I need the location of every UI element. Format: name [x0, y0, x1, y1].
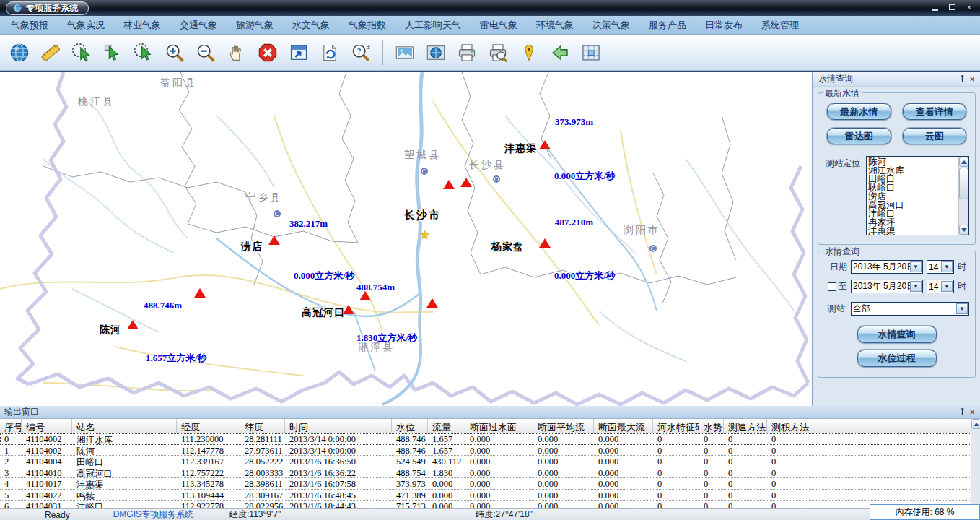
menu-item[interactable]: 水文气象 [283, 19, 339, 32]
column-header[interactable]: 水势 [699, 419, 724, 433]
station-triangle-marker[interactable] [443, 180, 455, 189]
station-triangle-marker[interactable] [359, 291, 371, 300]
hour-from-combo[interactable]: 14 ▼ [927, 260, 954, 274]
maximize-button[interactable] [945, 2, 958, 12]
refresh-icon[interactable] [318, 39, 342, 66]
column-header[interactable]: 时间 [285, 419, 392, 433]
column-header[interactable]: 河水特征码 [653, 419, 699, 433]
scroll-down-icon[interactable] [959, 225, 968, 235]
table-row[interactable]: 141104002陈河112.14777827.9736112013/3/14 … [0, 445, 980, 456]
back-icon[interactable] [548, 39, 572, 66]
water-level-process-button[interactable]: 水位过程 [857, 350, 937, 367]
zoom-in-icon[interactable] [162, 39, 187, 66]
chevron-down-icon[interactable]: ▼ [910, 261, 922, 272]
table-cell: 41104004 [22, 456, 72, 467]
table-row[interactable]: 041104002湘江水库111.23000028.2811112013/3/1… [0, 433, 980, 445]
close-output-icon[interactable]: × [967, 407, 977, 417]
globe-icon[interactable] [7, 39, 32, 66]
minimize-button[interactable] [928, 2, 941, 12]
zoom-out-icon[interactable] [193, 39, 218, 66]
chevron-down-icon[interactable]: ▼ [910, 281, 922, 292]
cloud-image-button[interactable]: 云图 [903, 128, 967, 144]
column-header[interactable]: 编号 [22, 419, 72, 433]
station-triangle-marker[interactable] [127, 320, 139, 329]
select-features-icon[interactable] [69, 39, 94, 66]
pan-hand-icon[interactable] [224, 39, 249, 66]
menu-item[interactable]: 旅游气象 [227, 19, 283, 32]
station-combo[interactable]: 全部 ▼ [851, 302, 969, 316]
menu-item[interactable]: 雷电气象 [471, 19, 527, 32]
column-header[interactable]: 站名 [72, 419, 177, 433]
column-header[interactable]: 序号 [0, 419, 22, 433]
menu-item[interactable]: 交通气象 [170, 19, 227, 32]
scroll-up-icon[interactable] [971, 419, 980, 429]
table-cell: 0 [724, 433, 767, 444]
measure-ruler-icon[interactable] [38, 39, 63, 66]
map-canvas[interactable]: 益阳县桃江县望城县长沙县宁乡县浏阳市湘潭县长沙市沣惠渠杨家盘涝店高冠河口陈河37… [0, 72, 813, 406]
menu-item[interactable]: 林业气象 [114, 19, 170, 32]
latest-water-button[interactable]: 最新水情 [827, 103, 891, 120]
chevron-down-icon[interactable]: ▼ [941, 281, 953, 292]
list-scrollbar[interactable] [958, 157, 968, 235]
menu-item[interactable]: 服务产品 [639, 19, 696, 32]
menu-item[interactable]: 系统管理 [752, 19, 808, 32]
menu-item[interactable]: 气象指数 [339, 19, 395, 32]
column-header[interactable]: 测积方法 [767, 419, 973, 433]
station-list-item[interactable]: 沣惠渠 [868, 227, 957, 235]
hour-to-combo[interactable]: 14 ▼ [927, 280, 954, 293]
column-header[interactable]: 测速方法 [724, 419, 767, 433]
menu-item[interactable]: 人工影响天气 [395, 19, 471, 32]
menu-item[interactable]: 环境气象 [527, 19, 583, 32]
station-listbox[interactable]: 陈河湘江水库田峪口耿峪口涝店高冠河口沣峪口冉家坪沣惠渠 [866, 156, 969, 235]
station-triangle-marker[interactable] [539, 140, 551, 150]
identify-icon[interactable]: ?± [349, 39, 373, 66]
overview-map-icon[interactable] [579, 39, 603, 66]
full-extent-icon[interactable] [286, 39, 311, 66]
view-details-button[interactable]: 查看详情 [903, 103, 967, 120]
scroll-thumb[interactable] [959, 168, 968, 199]
station-triangle-marker[interactable] [539, 238, 551, 248]
date-from-combo[interactable]: 2013年 5月20日 ▼ [851, 260, 923, 274]
column-header[interactable]: 流量 [428, 419, 465, 433]
globe-view-icon[interactable] [424, 39, 448, 66]
menu-item[interactable]: 气象实况 [58, 19, 114, 32]
column-header[interactable]: 纬度 [240, 419, 285, 433]
station-triangle-marker[interactable] [343, 305, 354, 314]
print-icon[interactable] [455, 39, 479, 66]
print-preview-icon[interactable] [486, 39, 510, 66]
table-row[interactable]: 641104031沣峪口112.92277828.0229562013/1/6 … [0, 500, 980, 508]
station-triangle-marker[interactable] [194, 288, 206, 298]
column-header[interactable]: 经度 [177, 419, 240, 433]
radar-chart-button[interactable]: 雷达图 [827, 128, 891, 144]
table-row[interactable]: 441104017沣惠渠113.34527828.3986112013/1/6 … [0, 478, 980, 490]
pin-icon[interactable] [957, 74, 967, 84]
table-row[interactable]: 241104004田峪口112.33916728.0522222013/1/6 … [0, 456, 980, 467]
close-panel-icon[interactable]: × [967, 74, 977, 84]
column-header[interactable]: 断面过水面 [465, 419, 533, 433]
chevron-down-icon[interactable]: ▼ [956, 303, 968, 314]
stop-icon[interactable] [255, 39, 280, 66]
select-circle-icon[interactable] [131, 39, 156, 66]
to-date-checkbox[interactable] [828, 282, 836, 291]
export-image-icon[interactable] [393, 39, 417, 66]
locate-pin-icon[interactable] [517, 39, 541, 66]
close-button[interactable]: × [963, 2, 976, 12]
pin-icon[interactable] [957, 407, 967, 417]
table-row[interactable]: 541104022鸣犊113.10944428.3091672013/1/6 1… [0, 490, 980, 501]
table-row[interactable]: 341104010高冠河口112.75722228.0033332013/1/6… [0, 467, 980, 479]
menu-item[interactable]: 决策气象 [583, 19, 639, 32]
column-header[interactable]: 水位 [392, 419, 428, 433]
station-triangle-marker[interactable] [426, 298, 438, 308]
menu-item[interactable]: 日常发布 [696, 19, 752, 32]
water-query-button[interactable]: 水情查询 [857, 326, 937, 343]
column-header[interactable]: 断面平均流 [533, 419, 594, 433]
station-triangle-marker[interactable] [268, 235, 280, 245]
station-triangle-marker[interactable] [460, 178, 472, 187]
chevron-down-icon[interactable]: ▼ [941, 261, 953, 272]
menu-item[interactable]: 气象预报 [1, 19, 58, 32]
scroll-up-icon[interactable] [959, 157, 968, 167]
pointer-icon[interactable] [100, 39, 125, 66]
column-header[interactable]: 断面最大流 [594, 419, 653, 433]
date-to-combo[interactable]: 2013年 5月20日 ▼ [851, 280, 923, 293]
grid-vertical-scrollbar[interactable] [971, 419, 980, 508]
